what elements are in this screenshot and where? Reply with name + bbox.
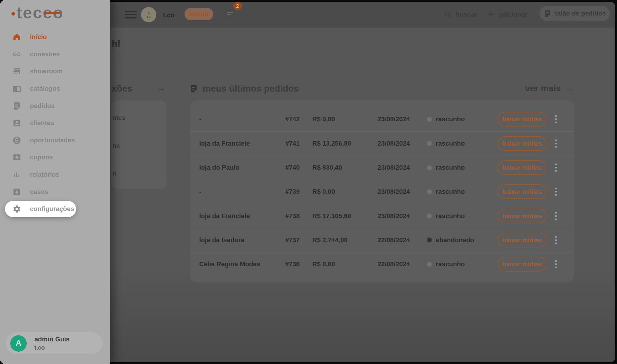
user-avatar: A bbox=[10, 335, 27, 352]
greeting-text-fragment: h! bbox=[112, 38, 120, 49]
download-media-button[interactable]: baixar mídias bbox=[498, 160, 546, 175]
order-store: - bbox=[199, 188, 285, 196]
sidebar-item-showroom[interactable]: showroom bbox=[0, 63, 110, 80]
sidebar-item-relatorios[interactable]: relatórios bbox=[0, 166, 110, 183]
order-status: rascunho bbox=[427, 260, 498, 268]
download-media-button[interactable]: baixar mídias bbox=[498, 209, 546, 223]
logo-strike-icon bbox=[43, 12, 60, 14]
order-store: loja da Isadora bbox=[199, 236, 285, 244]
sidebar-item-clientes[interactable]: clientes bbox=[0, 114, 110, 132]
search-label: buscar bbox=[456, 11, 477, 18]
kebab-menu-icon[interactable] bbox=[554, 162, 558, 173]
sidebar-item-label: pedidos bbox=[30, 102, 55, 110]
workspace-avatar-line2: co bbox=[147, 15, 150, 18]
connection-name-fragment: ntes bbox=[113, 114, 125, 121]
search-icon bbox=[444, 11, 452, 18]
order-number: #740 bbox=[285, 164, 312, 171]
sidebar-item-pedidos[interactable]: pedidos bbox=[0, 97, 110, 114]
status-dot-icon bbox=[427, 262, 432, 267]
connection-name-fragment: na bbox=[113, 142, 120, 149]
status-label: rascunho bbox=[436, 115, 465, 123]
status-dot-icon bbox=[427, 165, 432, 170]
sidebar-item-casos[interactable]: casos bbox=[0, 183, 110, 200]
sidebar-item-label: casos bbox=[30, 188, 48, 196]
order-total: R$ 0,00 bbox=[312, 188, 378, 196]
kebab-menu-icon[interactable] bbox=[554, 114, 558, 124]
link-icon bbox=[12, 50, 21, 59]
orders-table-card: - #742 R$ 0,00 23/08/2024 rascunho baixa… bbox=[190, 100, 574, 282]
sidebar-item-conexoes[interactable]: conexões bbox=[0, 46, 110, 63]
see-more-label: ver mais bbox=[525, 83, 561, 93]
hamburger-menu-icon[interactable] bbox=[125, 11, 137, 18]
status-label: rascunho bbox=[436, 140, 465, 147]
user-profile-button[interactable]: A admin Guis t.co bbox=[6, 332, 103, 354]
order-status: rascunho bbox=[427, 115, 498, 123]
download-media-button[interactable]: baixar mídias bbox=[498, 233, 546, 247]
status-label: rascunho bbox=[436, 188, 465, 196]
table-row: loja da Franciele #741 R$ 13.256,80 23/0… bbox=[190, 131, 574, 155]
table-row: Célia Regina Modas #736 R$ 0,00 22/08/20… bbox=[190, 252, 574, 276]
sidebar-item-cupons[interactable]: cupons bbox=[0, 149, 110, 166]
order-pad-button[interactable]: talão de pedidos bbox=[539, 6, 610, 21]
chat-button[interactable] bbox=[225, 9, 236, 21]
sidebar-item-label: oportunidades bbox=[30, 136, 75, 144]
sidebar-item-catalogos[interactable]: catálogos bbox=[0, 80, 110, 97]
note-icon bbox=[12, 102, 21, 110]
kebab-menu-icon[interactable] bbox=[554, 235, 558, 245]
kebab-menu-icon[interactable] bbox=[554, 138, 558, 149]
connections-card-fragment: ntesnan bbox=[111, 100, 167, 189]
see-more-arrow-icon: → bbox=[565, 83, 574, 93]
status-dot-icon bbox=[427, 189, 432, 194]
order-store: loja da Franciele bbox=[199, 212, 285, 220]
kebab-menu-icon[interactable] bbox=[554, 259, 558, 269]
order-date: 23/08/2024 bbox=[378, 164, 427, 171]
orders-icon bbox=[189, 84, 198, 93]
order-number: #739 bbox=[285, 188, 312, 196]
sidebar-item-label: início bbox=[30, 33, 47, 41]
see-more-link[interactable]: ver mais → bbox=[525, 83, 574, 93]
table-row: - #739 R$ 0,00 23/08/2024 rascunho baixa… bbox=[190, 180, 574, 204]
add-button[interactable]: adicionar bbox=[487, 2, 527, 28]
order-total: R$ 0,00 bbox=[312, 260, 378, 268]
chat-unread-badge: 2 bbox=[233, 2, 242, 10]
search-button[interactable]: buscar bbox=[444, 2, 477, 28]
connections-arrow: → bbox=[157, 83, 166, 93]
sidebar-menu: início conexões showroom catálogos pedid… bbox=[0, 28, 110, 218]
workspace-avatar[interactable]: t. co bbox=[141, 7, 156, 22]
download-media-button[interactable]: baixar mídias bbox=[498, 257, 546, 272]
order-status: rascunho bbox=[427, 212, 498, 220]
sidebar-item-label: clientes bbox=[30, 119, 54, 127]
sidebar-item-label: showroom bbox=[30, 68, 63, 75]
order-total: R$ 17.105,60 bbox=[312, 212, 378, 220]
user-org: t.co bbox=[34, 344, 70, 351]
chart-icon bbox=[12, 170, 21, 179]
order-total: R$ 2.744,00 bbox=[312, 236, 378, 244]
app-screen: t. co t.co admin 2 buscar adicionar talã… bbox=[0, 0, 617, 364]
status-label: abandonado bbox=[436, 236, 474, 244]
role-badge: admin bbox=[185, 8, 213, 20]
sidebar-item-inicio[interactable]: início bbox=[0, 28, 110, 46]
order-total: R$ 0,00 bbox=[312, 115, 378, 123]
logo-dot-icon bbox=[11, 12, 15, 16]
table-row: - #742 R$ 0,00 23/08/2024 rascunho baixa… bbox=[190, 107, 574, 131]
sidebar-item-oportunidades[interactable]: oportunidades bbox=[0, 132, 110, 149]
download-media-button[interactable]: baixar mídias bbox=[498, 184, 546, 199]
sidebar-item-configuracoes[interactable]: configurações bbox=[5, 201, 76, 217]
order-pad-icon bbox=[544, 10, 551, 17]
order-store: loja do Paulo bbox=[199, 164, 285, 171]
order-total: R$ 13.256,80 bbox=[312, 140, 378, 147]
kebab-menu-icon[interactable] bbox=[554, 186, 558, 197]
connection-name-fragment: n bbox=[113, 170, 116, 177]
sidebar: teceo início conexões showroom catálogos… bbox=[0, 0, 110, 364]
order-date: 22/08/2024 bbox=[378, 236, 427, 244]
order-status: abandonado bbox=[427, 236, 498, 244]
download-media-button[interactable]: baixar mídias bbox=[498, 112, 546, 127]
kebab-menu-icon[interactable] bbox=[554, 211, 558, 221]
order-pad-label: talão de pedidos bbox=[555, 10, 606, 17]
sidebar-item-label: cupons bbox=[30, 154, 53, 161]
home-icon bbox=[12, 33, 21, 41]
status-dot-icon bbox=[427, 237, 432, 242]
download-media-button[interactable]: baixar mídias bbox=[498, 136, 546, 151]
order-status: rascunho bbox=[427, 188, 498, 196]
order-number: #737 bbox=[285, 236, 312, 244]
